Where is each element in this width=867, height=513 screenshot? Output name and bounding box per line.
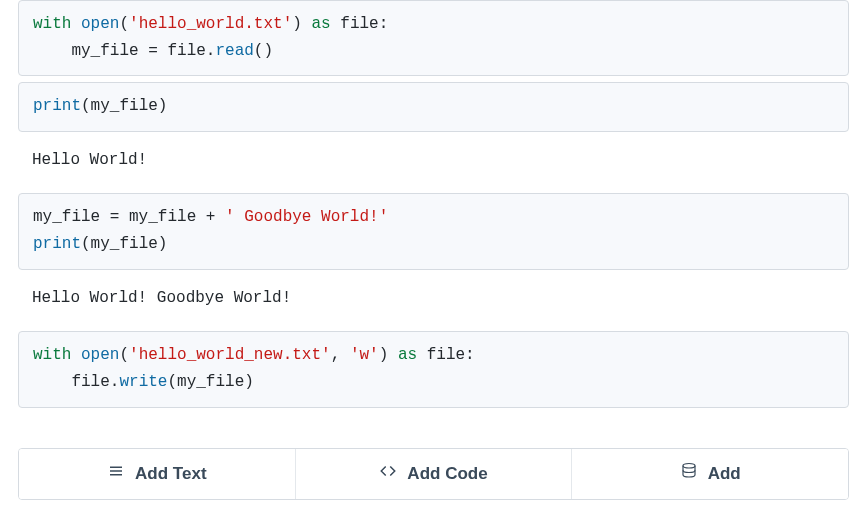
code-token: (my_file) <box>81 235 167 253</box>
add-data-label: Add <box>708 464 741 484</box>
output-cell: Hello World! <box>18 138 849 184</box>
database-icon <box>680 462 698 485</box>
code-token: as <box>311 15 330 33</box>
code-token: 'hello_world_new.txt' <box>129 346 331 364</box>
code-token: read <box>215 42 253 60</box>
code-token: my_file = my_file + <box>33 208 225 226</box>
code-token: ) <box>379 346 398 364</box>
code-token: with <box>33 346 71 364</box>
code-token: file: <box>427 346 475 364</box>
code-token: , <box>331 346 350 364</box>
code-token: open <box>81 346 119 364</box>
code-token: open <box>81 15 119 33</box>
code-token: (my_file) <box>81 97 167 115</box>
code-token: 'hello_world.txt' <box>129 15 292 33</box>
code-token: ( <box>119 15 129 33</box>
add-code-button[interactable]: Add Code <box>296 449 573 499</box>
output-cell: Hello World! Goodbye World! <box>18 276 849 322</box>
code-token: print <box>33 97 81 115</box>
code-token: 'w' <box>350 346 379 364</box>
code-token: file. <box>71 373 119 391</box>
code-token: with <box>33 15 71 33</box>
add-text-label: Add Text <box>135 464 206 484</box>
code-token: ( <box>119 346 129 364</box>
code-cell[interactable]: print(my_file) <box>18 82 849 131</box>
svg-point-3 <box>683 464 695 469</box>
code-cell[interactable]: my_file = my_file + ' Goodbye World!' pr… <box>18 193 849 269</box>
add-code-label: Add Code <box>407 464 487 484</box>
code-token: (my_file) <box>167 373 253 391</box>
add-text-button[interactable]: Add Text <box>19 449 296 499</box>
code-token: write <box>119 373 167 391</box>
code-token: print <box>33 235 81 253</box>
add-data-button[interactable]: Add <box>572 449 848 499</box>
code-token: file: <box>340 15 388 33</box>
code-cell[interactable]: with open('hello_world.txt') as file: my… <box>18 0 849 76</box>
toolbar: Add Text Add Code Add <box>18 448 849 500</box>
code-token: ' Goodbye World!' <box>225 208 388 226</box>
code-icon <box>379 462 397 485</box>
code-token: ) <box>292 15 311 33</box>
notebook: with open('hello_world.txt') as file: my… <box>0 0 867 408</box>
menu-icon <box>107 462 125 485</box>
code-token: my_file = file. <box>71 42 215 60</box>
code-token: () <box>254 42 273 60</box>
code-token: as <box>398 346 417 364</box>
code-cell[interactable]: with open('hello_world_new.txt', 'w') as… <box>18 331 849 407</box>
